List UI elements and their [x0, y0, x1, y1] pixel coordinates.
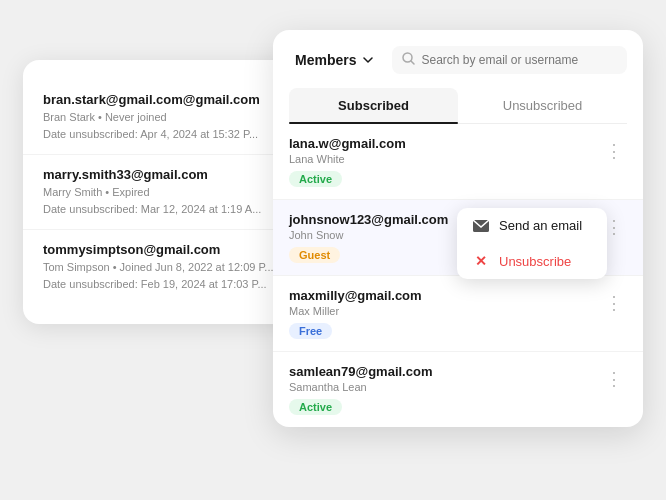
tab-subscribed[interactable]: Subscribed — [289, 88, 458, 123]
member-row-samantha: samlean79@gmail.com Samantha Lean Active… — [273, 352, 643, 427]
search-input[interactable] — [421, 53, 617, 67]
members-label: Members — [295, 52, 356, 68]
member-info: lana.w@gmail.com Lana White Active — [289, 136, 601, 187]
more-options-button[interactable]: ⋮ — [601, 366, 627, 392]
unsubscribe-label: Unsubscribe — [499, 254, 571, 269]
more-options-button[interactable]: ⋮ — [601, 290, 627, 316]
unsubscribe-menu-item[interactable]: ✕ Unsubscribe — [457, 243, 607, 279]
x-icon: ✕ — [473, 253, 489, 269]
more-options-button[interactable]: ⋮ — [601, 138, 627, 164]
status-badge: Active — [289, 171, 342, 187]
member-row-lana: lana.w@gmail.com Lana White Active ⋮ — [273, 124, 643, 200]
member-email: maxmilly@gmail.com — [289, 288, 601, 303]
member-meta1: Bran Stark • Never joined — [43, 109, 303, 126]
subscribed-card: Members — [273, 30, 643, 427]
member-meta1: Tom Simpson • Joined Jun 8, 2022 at 12:0… — [43, 259, 303, 276]
envelope-icon — [473, 220, 489, 232]
svg-line-1 — [411, 61, 414, 64]
member-row-max: maxmilly@gmail.com Max Miller Free ⋮ — [273, 276, 643, 352]
member-email: marry.smith33@gmail.com — [43, 167, 303, 182]
member-name: Max Miller — [289, 305, 601, 317]
member-meta2: Date unsubscribed: Feb 19, 2024 at 17:03… — [43, 276, 303, 293]
send-email-label: Send an email — [499, 218, 582, 233]
members-list: lana.w@gmail.com Lana White Active ⋮ joh… — [273, 124, 643, 427]
member-name: Lana White — [289, 153, 601, 165]
member-name: Samantha Lean — [289, 381, 601, 393]
tabs-container: Subscribed Unsubscribed — [289, 88, 627, 124]
member-meta2: Date unsubscribed: Apr 4, 2024 at 15:32 … — [43, 126, 303, 143]
header-top: Members — [289, 46, 627, 74]
member-meta2: Date unsubscribed: Mar 12, 2024 at 1:19 … — [43, 201, 303, 218]
chevron-down-icon — [362, 54, 374, 66]
member-email: bran.stark@gmail.com@gmail.com — [43, 92, 303, 107]
status-badge: Active — [289, 399, 342, 415]
status-badge: Guest — [289, 247, 340, 263]
status-badge: Free — [289, 323, 332, 339]
member-email: samlean79@gmail.com — [289, 364, 601, 379]
members-dropdown[interactable]: Members — [289, 48, 380, 72]
member-info: samlean79@gmail.com Samantha Lean Active — [289, 364, 601, 415]
tab-unsubscribed[interactable]: Unsubscribed — [458, 88, 627, 123]
member-row-john: johnsnow123@gmail.com John Snow Guest ⋮ — [273, 200, 643, 276]
send-email-menu-item[interactable]: Send an email — [457, 208, 607, 243]
card-header: Members — [273, 30, 643, 124]
member-email: lana.w@gmail.com — [289, 136, 601, 151]
member-meta1: Marry Smith • Expired — [43, 184, 303, 201]
member-email: tommysimptson@gmail.com — [43, 242, 303, 257]
member-info: maxmilly@gmail.com Max Miller Free — [289, 288, 601, 339]
search-icon — [402, 52, 415, 68]
context-menu: Send an email ✕ Unsubscribe — [457, 208, 607, 279]
search-box — [392, 46, 627, 74]
